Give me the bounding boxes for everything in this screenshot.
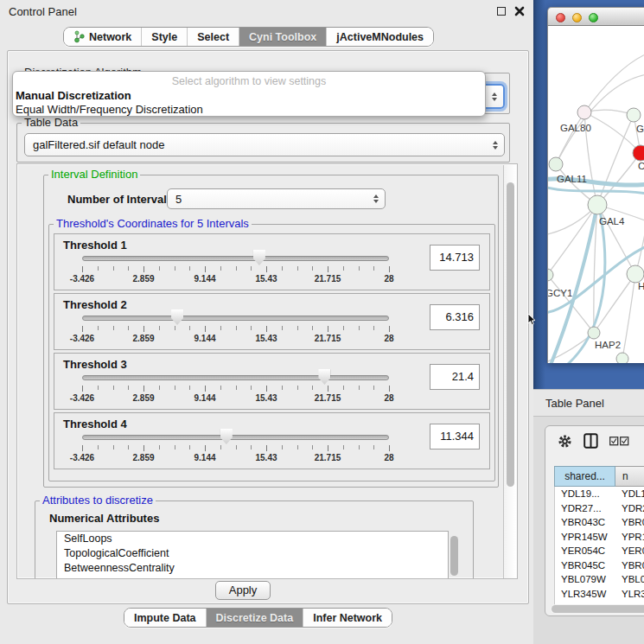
minimize-window-icon[interactable]	[572, 13, 582, 22]
network-node[interactable]	[616, 353, 628, 363]
tab-select[interactable]: Select	[188, 28, 239, 46]
tab-label: jActiveMNodules	[336, 31, 424, 43]
column-header-name[interactable]: n	[615, 466, 644, 487]
threshold-value-field[interactable]: 6.316	[430, 304, 480, 330]
table-row[interactable]: YDR27... YDR2	[555, 501, 644, 516]
numerical-attribute-item[interactable]: TopologicalCoefficient	[57, 546, 448, 561]
threshold-panel: Threshold 3 -3.4262.8599.14415.4321.7152…	[54, 353, 490, 410]
threshold-value-field[interactable]: 14.713	[430, 245, 480, 271]
group-title: Threshold's Coordinates for 5 Intervals	[54, 217, 252, 231]
slider-thumb[interactable]	[253, 250, 265, 265]
slider-thumb[interactable]	[220, 429, 233, 444]
table-row[interactable]: YBR043C YBR0	[555, 515, 644, 530]
table-row[interactable]: YER054C YER0	[555, 544, 644, 558]
tab-infer-network[interactable]: Infer Network	[303, 609, 392, 627]
cyni-mode-tabs: Impute Data Discretize Data Infer Networ…	[124, 608, 392, 628]
dropdown-placeholder[interactable]: Select algorithm to view settings	[13, 72, 485, 88]
node-label: H	[638, 281, 644, 291]
slider-thumb[interactable]	[171, 309, 183, 325]
interval-definition-group: Interval Definition Number of Intervals …	[43, 175, 499, 488]
tab-label: Cyni Toolbox	[249, 31, 316, 43]
cell-name: YDR2	[616, 501, 644, 516]
gear-icon[interactable]	[558, 434, 572, 449]
cell-name: YDL1	[616, 487, 644, 501]
numerical-attribute-item[interactable]: BetweennessCentrality	[57, 561, 448, 576]
slider-track[interactable]	[82, 316, 389, 321]
threshold-slider[interactable]: -3.4262.8599.14415.4321.71528	[54, 354, 400, 411]
settings-vertical-scrollbar[interactable]	[503, 165, 516, 578]
cyni-toolbox-panel: Discretization Algorithm Select algorith…	[7, 50, 529, 604]
network-canvas[interactable]: GAL80GACGAL11GAL4GCY1HHAP2	[547, 26, 644, 363]
tab-label: Style	[151, 31, 177, 43]
tab-label: Discretize Data	[216, 612, 294, 624]
cell-name: YBL0	[616, 572, 644, 587]
tab-network[interactable]: Network	[64, 28, 142, 46]
slider-track[interactable]	[82, 256, 389, 261]
settings-scroll-pane: Interval Definition Number of Intervals …	[16, 163, 518, 579]
cell-name: YBR0	[616, 558, 644, 573]
network-node[interactable]	[633, 145, 644, 161]
tab-discretize-data[interactable]: Discretize Data	[207, 609, 304, 627]
table-row[interactable]: YDL19... YDL1	[555, 487, 644, 501]
algorithm-dropdown-popup: Select algorithm to view settings Manual…	[12, 71, 486, 117]
tab-impute-data[interactable]: Impute Data	[124, 609, 207, 627]
table-horizontal-scrollbar[interactable]	[551, 604, 644, 614]
table-data-group: Table Data galFiltered.sif default node	[16, 123, 510, 163]
network-node[interactable]	[627, 265, 644, 283]
node-label: HAP2	[595, 340, 621, 350]
close-icon[interactable]	[514, 6, 525, 16]
threshold-slider[interactable]: -3.4262.8599.14415.4321.71528	[54, 294, 400, 351]
slider-track[interactable]	[82, 375, 389, 380]
tab-cyni-toolbox[interactable]: Cyni Toolbox	[239, 28, 327, 46]
dropdown-option-manual[interactable]: Manual Discretization	[13, 88, 485, 102]
slider-track[interactable]	[82, 435, 389, 440]
table-row[interactable]: YBR045C YBR0	[555, 558, 644, 573]
slider-thumb[interactable]	[318, 369, 330, 385]
group-title: Table Data	[22, 116, 80, 130]
checked-boxes-icon[interactable]	[609, 437, 629, 446]
threshold-slider[interactable]: -3.4262.8599.14415.4321.71528	[54, 234, 400, 291]
table-data-combobox[interactable]: galFiltered.sif default node	[24, 133, 505, 156]
split-columns-icon[interactable]	[583, 433, 598, 449]
threshold-value-field[interactable]: 11.344	[430, 424, 480, 450]
attributes-group: Attributes to discretize Numerical Attri…	[35, 501, 474, 579]
number-of-intervals-combobox[interactable]: 5	[167, 188, 386, 209]
network-node[interactable]	[627, 108, 641, 122]
cell-shared-name: YBR043C	[555, 515, 616, 530]
numerical-attribute-item[interactable]: SelfLoops	[57, 532, 448, 546]
network-window-titlebar[interactable]	[547, 7, 644, 26]
node-table-panel: shared... n YDL19... YDL1 YDR27... YDR2 …	[545, 425, 644, 616]
panel-title: Control Panel	[9, 5, 77, 18]
cell-name: YPR1	[616, 530, 644, 545]
table-row[interactable]: YPR145W YPR1	[555, 530, 644, 545]
threshold-value-field[interactable]: 21.4	[430, 364, 480, 390]
cell-shared-name: YDR27...	[555, 501, 616, 516]
network-node[interactable]	[588, 195, 607, 214]
tab-style[interactable]: Style	[142, 28, 188, 46]
attributes-scrollbar[interactable]	[450, 536, 459, 579]
float-window-icon[interactable]	[497, 7, 506, 16]
zoom-window-icon[interactable]	[589, 13, 598, 22]
close-window-icon[interactable]	[556, 13, 565, 22]
cell-name: YBR0	[616, 515, 644, 530]
table-row[interactable]: YLR345W YLR3	[555, 587, 644, 602]
dropdown-option-equal-width[interactable]: Equal Width/Frequency Discretization	[13, 102, 485, 116]
apply-button[interactable]: Apply	[215, 581, 271, 600]
app-root: Control Panel Network Style	[0, 0, 644, 644]
network-node[interactable]	[548, 269, 553, 281]
table-row[interactable]: YBL079W YBL0	[555, 572, 644, 587]
cell-name: YLR3	[616, 587, 644, 602]
threshold-slider[interactable]: -3.4262.8599.14415.4321.71528	[54, 413, 400, 470]
right-panel: GAL80GACGAL11GAL4GCY1HHAP2 Table Panel	[533, 0, 644, 644]
group-title: Interval Definition	[48, 168, 140, 182]
tab-jactivemnodules[interactable]: jActiveMNodules	[327, 28, 433, 46]
network-node[interactable]	[549, 157, 563, 171]
mouse-cursor	[527, 314, 537, 326]
numerical-attributes-list[interactable]: SelfLoops TopologicalCoefficient Between…	[56, 531, 449, 579]
control-panel-tabs: Network Style Select Cyni Toolbo	[63, 27, 434, 47]
column-header-shared-name[interactable]: shared...	[554, 466, 615, 487]
network-node[interactable]	[588, 327, 600, 339]
node-label: GAL4	[599, 216, 625, 226]
network-node[interactable]	[577, 105, 591, 119]
node-label: GA	[636, 124, 644, 134]
